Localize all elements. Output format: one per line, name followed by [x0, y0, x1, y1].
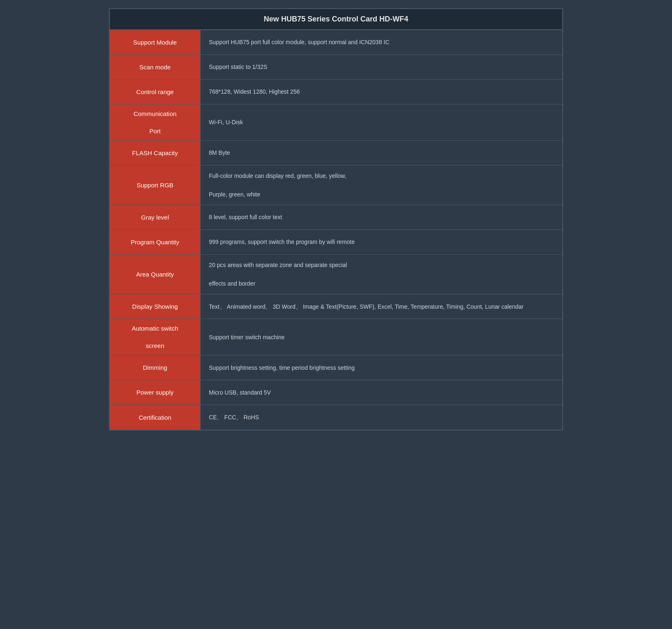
- cell-value-11: Support brightness setting, time period …: [201, 355, 562, 380]
- cell-label-6: Gray level: [110, 205, 201, 229]
- cell-label-7: Program Quantity: [110, 230, 201, 254]
- cell-label-0: Support Module: [110, 30, 201, 54]
- cell-value-9: Text、 Animated word、 3D Word、 Image & Te…: [201, 294, 562, 319]
- table-body: Support ModuleSupport HUB75 port full co…: [110, 30, 562, 430]
- cell-value-4: 8M Byte: [201, 141, 562, 165]
- table-title: New HUB75 Series Control Card HD-WF4: [110, 9, 562, 30]
- cell-value-0: Support HUB75 port full color module, su…: [201, 30, 562, 54]
- cell-value-10: Support timer switch machine: [201, 319, 562, 355]
- cell-label-5: Support RGB: [110, 166, 201, 205]
- table-row: Automatic switchscreenSupport timer swit…: [110, 319, 562, 355]
- cell-label-9: Display Showing: [110, 294, 201, 319]
- table-row: CertificationCE、 FCC、 RoHS: [110, 405, 562, 430]
- table-row: Area Quantity20 pcs areas with separate …: [110, 255, 562, 294]
- cell-value-2: 768*128, Widest 1280, Highest 256: [201, 80, 562, 104]
- table-row: FLASH Capacity8M Byte: [110, 141, 562, 166]
- cell-label-4: FLASH Capacity: [110, 141, 201, 165]
- cell-value-12: Micro USB, standard 5V: [201, 380, 562, 404]
- table-row: Gray level8 level, support full color te…: [110, 205, 562, 230]
- cell-value-6: 8 level, support full color text: [201, 205, 562, 229]
- table-row: Scan modeSupport static to 1/32S: [110, 55, 562, 80]
- cell-label-8: Area Quantity: [110, 255, 201, 294]
- cell-label-13: Certification: [110, 405, 201, 430]
- table-row: Program Quantity999 programs, support sw…: [110, 230, 562, 255]
- table-row: CommunicationPortWi-Fi, U-Disk: [110, 104, 562, 141]
- cell-value-5: Full-color module can display red, green…: [201, 166, 562, 205]
- cell-label-11: Dimming: [110, 355, 201, 380]
- table-row: Control range768*128, Widest 1280, Highe…: [110, 80, 562, 104]
- cell-label-12: Power supply: [110, 380, 201, 404]
- cell-value-8: 20 pcs areas with separate zone and sepa…: [201, 255, 562, 294]
- cell-label-10: Automatic switchscreen: [110, 319, 201, 355]
- cell-label-1: Scan mode: [110, 55, 201, 79]
- table-row: DimmingSupport brightness setting, time …: [110, 355, 562, 380]
- spec-table: New HUB75 Series Control Card HD-WF4 Sup…: [109, 8, 563, 430]
- table-row: Power supplyMicro USB, standard 5V: [110, 380, 562, 405]
- cell-value-13: CE、 FCC、 RoHS: [201, 405, 562, 430]
- table-row: Display ShowingText、 Animated word、 3D W…: [110, 294, 562, 319]
- cell-label-3: CommunicationPort: [110, 104, 201, 140]
- table-row: Support RGBFull-color module can display…: [110, 166, 562, 205]
- table-row: Support ModuleSupport HUB75 port full co…: [110, 30, 562, 55]
- cell-value-3: Wi-Fi, U-Disk: [201, 104, 562, 140]
- cell-value-1: Support static to 1/32S: [201, 55, 562, 79]
- cell-value-7: 999 programs, support switch the program…: [201, 230, 562, 254]
- cell-label-2: Control range: [110, 80, 201, 104]
